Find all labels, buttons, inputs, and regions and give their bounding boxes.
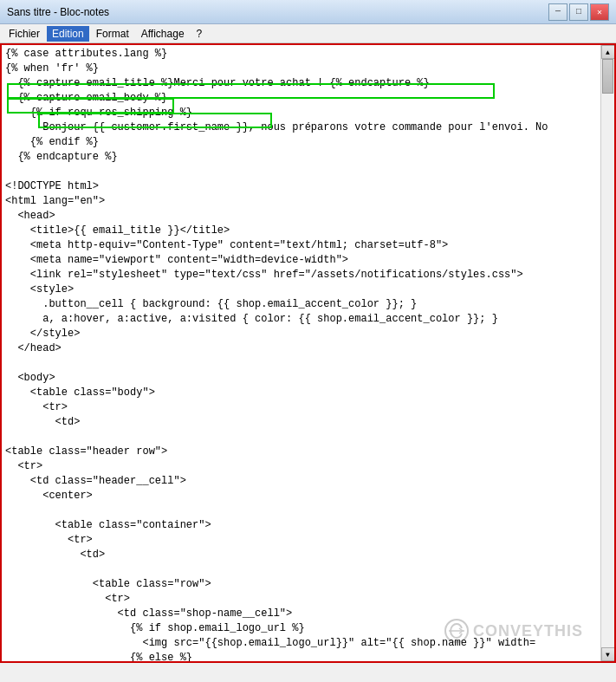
code-content[interactable]: {% case attributes.lang %} {% when 'fr' … [5, 47, 597, 661]
scroll-track-v[interactable] [601, 59, 614, 647]
scroll-up-button[interactable]: ▲ [601, 45, 615, 59]
menu-bar: Fichier Edition Format Affichage ? [0, 24, 616, 43]
menu-edition[interactable]: Edition [47, 26, 89, 42]
scroll-down-button[interactable]: ▼ [601, 647, 615, 661]
horizontal-scrollbar[interactable]: ◄ ► [2, 661, 614, 663]
vertical-scrollbar[interactable]: ▲ ▼ [600, 45, 614, 661]
title-bar: Sans titre - Bloc-notes ─ □ ✕ [0, 0, 616, 24]
scroll-track-h[interactable] [16, 662, 600, 663]
minimize-button[interactable]: ─ [548, 3, 567, 21]
scroll-right-button[interactable]: ► [600, 662, 614, 664]
menu-format[interactable]: Format [91, 26, 134, 42]
maximize-button[interactable]: □ [569, 3, 588, 21]
editor-content[interactable]: {% case attributes.lang %} {% when 'fr' … [2, 45, 600, 661]
editor-wrapper: {% case attributes.lang %} {% when 'fr' … [2, 45, 614, 661]
window-title: Sans titre - Bloc-notes [7, 6, 109, 18]
editor-container: {% case attributes.lang %} {% when 'fr' … [0, 43, 616, 663]
window-controls: ─ □ ✕ [548, 3, 609, 21]
close-button[interactable]: ✕ [590, 3, 609, 21]
menu-help[interactable]: ? [191, 26, 208, 42]
scroll-thumb-v[interactable] [602, 59, 613, 94]
menu-fichier[interactable]: Fichier [3, 26, 45, 42]
scroll-left-button[interactable]: ◄ [2, 662, 16, 664]
menu-affichage[interactable]: Affichage [136, 26, 190, 42]
